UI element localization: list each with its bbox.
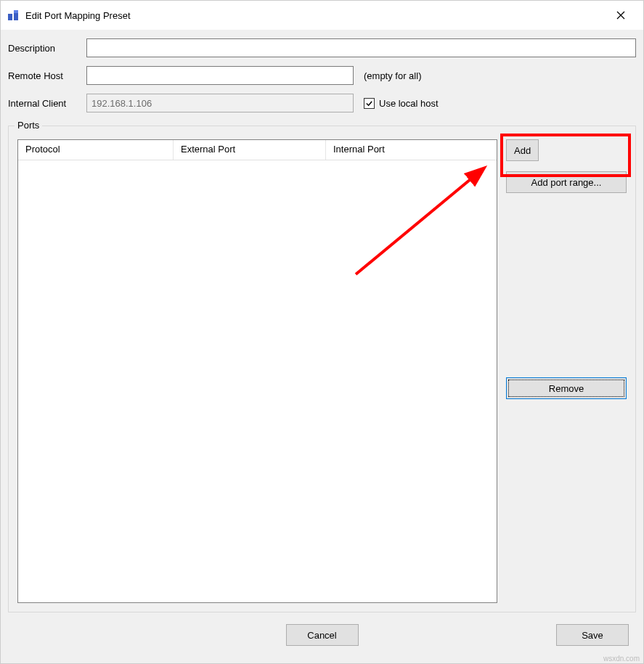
dialog-footer: Cancel Save	[8, 620, 636, 656]
app-icon	[7, 9, 20, 22]
ports-table: Protocol External Port Internal Port	[17, 139, 497, 603]
close-button[interactable]	[604, 4, 637, 27]
save-button[interactable]: Save	[556, 624, 629, 646]
column-internal-port[interactable]: Internal Port	[326, 140, 497, 160]
titlebar: Edit Port Mapping Preset	[1, 1, 643, 30]
close-icon	[616, 11, 625, 20]
dialog-content: Description Remote Host (empty for all) …	[1, 30, 643, 663]
add-button-label: Add	[514, 145, 531, 156]
internal-client-input	[86, 94, 354, 112]
use-local-host-label: Use local host	[379, 98, 439, 109]
description-row: Description	[8, 38, 636, 57]
internal-client-row: Internal Client Use local host	[8, 94, 636, 112]
add-port-range-label: Add port range...	[531, 177, 602, 188]
remove-button[interactable]: Remove	[506, 377, 627, 399]
remote-host-row: Remote Host (empty for all)	[8, 66, 636, 85]
remote-host-label: Remote Host	[8, 70, 86, 81]
remove-button-label: Remove	[549, 383, 584, 394]
remote-host-hint: (empty for all)	[364, 70, 421, 81]
remote-host-input[interactable]	[86, 66, 354, 85]
watermark: wsxdn.com	[603, 655, 640, 663]
use-local-host-wrap: Use local host	[364, 98, 439, 109]
save-button-label: Save	[582, 630, 603, 641]
ports-table-body[interactable]	[18, 160, 497, 602]
svg-rect-0	[8, 14, 12, 20]
add-button[interactable]: Add	[506, 139, 539, 161]
column-external-port[interactable]: External Port	[174, 140, 326, 160]
checkmark-icon	[365, 99, 373, 107]
description-input[interactable]	[86, 38, 636, 57]
use-local-host-checkbox[interactable]	[364, 98, 375, 109]
cancel-button[interactable]: Cancel	[286, 624, 359, 646]
ports-table-header: Protocol External Port Internal Port	[18, 140, 497, 160]
column-protocol[interactable]: Protocol	[18, 140, 174, 160]
cancel-button-label: Cancel	[307, 630, 336, 641]
ports-group-label: Ports	[15, 120, 42, 131]
ports-groupbox: Ports Protocol External Port Internal Po…	[8, 126, 636, 612]
add-port-range-button[interactable]: Add port range...	[506, 171, 627, 193]
ports-buttons: Add Add port range... Remove	[497, 139, 627, 603]
internal-client-label: Internal Client	[8, 98, 86, 109]
window-title: Edit Port Mapping Preset	[25, 10, 604, 21]
description-label: Description	[8, 43, 86, 54]
dialog-window: Edit Port Mapping Preset Description Rem…	[0, 0, 644, 664]
svg-rect-2	[14, 10, 18, 13]
